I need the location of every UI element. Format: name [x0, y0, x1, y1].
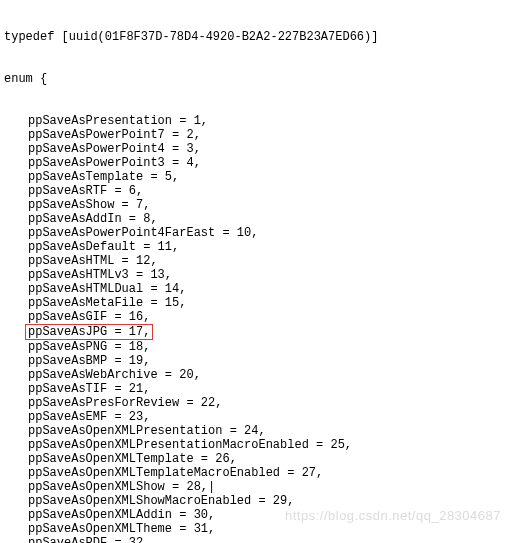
enum-entries: ppSaveAsPresentation = 1,ppSaveAsPowerPo… — [4, 114, 511, 543]
enum-entry: ppSaveAsBMP = 19, — [4, 354, 511, 368]
enum-entry: ppSaveAsOpenXMLTemplateMacroEnabled = 27… — [4, 466, 511, 480]
enum-entry: ppSaveAsTemplate = 5, — [4, 170, 511, 184]
enum-entry: ppSaveAsOpenXMLPresentation = 24, — [4, 424, 511, 438]
enum-entry: ppSaveAsWebArchive = 20, — [4, 368, 511, 382]
enum-entry: ppSaveAsGIF = 16, — [4, 310, 511, 324]
enum-entry: ppSaveAsEMF = 23, — [4, 410, 511, 424]
enum-entry: ppSaveAsPowerPoint4FarEast = 10, — [4, 226, 511, 240]
highlighted-entry: ppSaveAsJPG = 17, — [25, 324, 153, 340]
enum-entry: ppSaveAsShow = 7, — [4, 198, 511, 212]
enum-entry: ppSaveAsOpenXMLTheme = 31, — [4, 522, 511, 536]
code-block: typedef [uuid(01F8F37D-78D4-4920-B2A2-22… — [0, 0, 511, 543]
enum-entry: ppSaveAsHTMLDual = 14, — [4, 282, 511, 296]
enum-entry: ppSaveAsOpenXMLShow = 28,| — [4, 480, 511, 494]
enum-entry: ppSaveAsPresentation = 1, — [4, 114, 511, 128]
enum-entry: ppSaveAsPowerPoint7 = 2, — [4, 128, 511, 142]
enum-entry: ppSaveAsPowerPoint4 = 3, — [4, 142, 511, 156]
enum-entry: ppSaveAsOpenXMLPresentationMacroEnabled … — [4, 438, 511, 452]
enum-entry: ppSaveAsOpenXMLAddin = 30, — [4, 508, 511, 522]
enum-entry: ppSaveAsPresForReview = 22, — [4, 396, 511, 410]
enum-entry: ppSaveAsHTMLv3 = 13, — [4, 268, 511, 282]
enum-entry: ppSaveAsPDF = 32, — [4, 536, 511, 543]
enum-entry: ppSaveAsRTF = 6, — [4, 184, 511, 198]
enum-entry: ppSaveAsMetaFile = 15, — [4, 296, 511, 310]
enum-entry: ppSaveAsOpenXMLShowMacroEnabled = 29, — [4, 494, 511, 508]
enum-entry: ppSaveAsAddIn = 8, — [4, 212, 511, 226]
enum-entry: ppSaveAsPowerPoint3 = 4, — [4, 156, 511, 170]
enum-entry: ppSaveAsJPG = 17, — [4, 324, 511, 340]
enum-open: enum { — [4, 72, 511, 86]
typedef-line: typedef [uuid(01F8F37D-78D4-4920-B2A2-22… — [4, 30, 511, 44]
enum-entry: ppSaveAsHTML = 12, — [4, 254, 511, 268]
enum-entry: ppSaveAsPNG = 18, — [4, 340, 511, 354]
enum-entry: ppSaveAsTIF = 21, — [4, 382, 511, 396]
enum-entry: ppSaveAsDefault = 11, — [4, 240, 511, 254]
enum-entry: ppSaveAsOpenXMLTemplate = 26, — [4, 452, 511, 466]
